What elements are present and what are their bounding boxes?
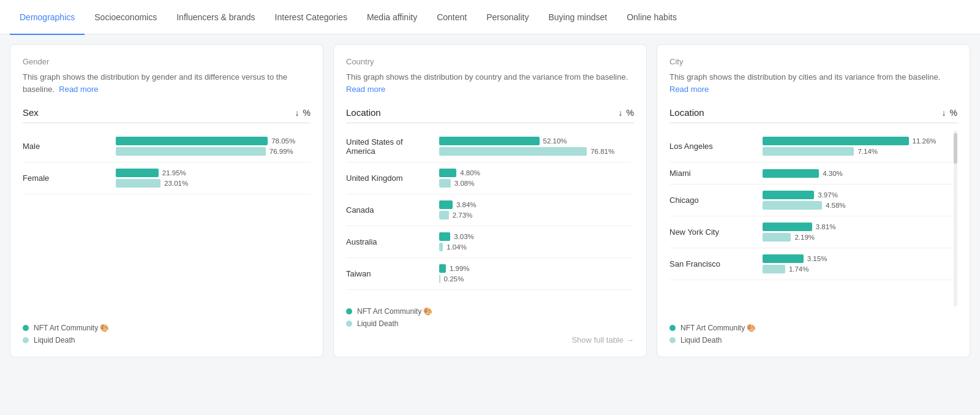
tab-personality[interactable]: Personality xyxy=(477,1,538,35)
city-col2-wrapper: ↓ % xyxy=(942,108,957,118)
tab-content[interactable]: Content xyxy=(427,1,477,35)
bar-value-taiwan-secondary: 0.25% xyxy=(444,275,464,283)
gender-table-header: Sex ↓ % xyxy=(23,107,311,123)
bar-australia-primary xyxy=(439,232,450,241)
bar-female-secondary xyxy=(116,179,160,188)
gender-read-more[interactable]: Read more xyxy=(59,85,98,94)
legend-dot-primary xyxy=(346,308,352,314)
country-table-header: Location ↓ % xyxy=(346,107,634,123)
tab-buying[interactable]: Buying mindset xyxy=(538,1,617,35)
bar-value-australia-primary: 3.03% xyxy=(454,233,474,240)
bar-nyc-primary xyxy=(763,223,812,231)
city-card: City This graph shows the distribution b… xyxy=(657,44,970,357)
arrow-right-icon: → xyxy=(626,335,634,345)
tab-socioeconomics[interactable]: Socioeconomics xyxy=(85,1,167,35)
bar-container-australia: 3.03% 1.04% xyxy=(439,232,631,251)
bar-value-uk-primary: 4.80% xyxy=(460,169,480,177)
bar-label-uk: United Kingdom xyxy=(346,173,432,183)
bar-wrapper-la-primary: 11.26% xyxy=(763,137,957,145)
bar-value-la-primary: 11.26% xyxy=(913,137,937,145)
legend-dot-primary xyxy=(669,325,676,331)
bar-la-secondary xyxy=(763,147,854,156)
bar-wrapper-nyc-secondary: 2.19% xyxy=(763,233,957,242)
legend-label-primary: NFT Art Community 🎨 xyxy=(680,324,756,332)
tab-influencers[interactable]: Influencers & brands xyxy=(167,1,265,35)
city-sort-icon[interactable]: ↓ xyxy=(942,108,946,118)
bar-value-la-secondary: 7.14% xyxy=(858,148,878,155)
bar-value-nyc-secondary: 2.19% xyxy=(794,234,815,241)
city-card-description: This graph shows the distribution by cit… xyxy=(669,71,957,95)
bar-value-chicago-primary: 3.97% xyxy=(818,191,838,199)
bar-label-australia: Australia xyxy=(346,237,432,246)
bar-container-uk: 4.80% 3.08% xyxy=(439,169,631,188)
bar-container-male: 78.05% 76.99% xyxy=(116,137,311,156)
tab-interest[interactable]: Interest Categories xyxy=(265,1,357,35)
bar-value-taiwan-primary: 1.99% xyxy=(450,265,470,272)
city-read-more[interactable]: Read more xyxy=(669,85,709,94)
gender-legend: NFT Art Community 🎨 Liquid Death xyxy=(23,316,311,345)
bar-container-female: 21.95% 23.01% xyxy=(116,169,311,188)
country-card-title: Country xyxy=(346,57,634,66)
bar-value-female-secondary: 23.01% xyxy=(164,180,188,187)
table-row: Los Angeles 11.26% 7.14% xyxy=(669,131,957,162)
legend-item-secondary: Liquid Death xyxy=(23,336,311,345)
bar-container-canada: 3.84% 2.73% xyxy=(439,200,631,219)
tab-media[interactable]: Media affinity xyxy=(357,1,427,35)
table-row: Miami 4.30% xyxy=(669,162,957,185)
bar-value-canada-secondary: 2.73% xyxy=(453,211,473,219)
gender-col2-wrapper: ↓ % xyxy=(295,108,311,118)
bar-value-canada-primary: 3.84% xyxy=(456,201,477,208)
table-row: Male 78.05% 76.99% xyxy=(23,131,311,162)
bar-value-sf-primary: 3.15% xyxy=(807,255,827,262)
city-col1: Location xyxy=(669,107,704,118)
bar-label-canada: Canada xyxy=(346,205,432,215)
bar-label-taiwan: Taiwan xyxy=(346,269,432,278)
tab-online[interactable]: Online habits xyxy=(617,1,687,35)
country-read-more[interactable]: Read more xyxy=(346,85,385,94)
bar-value-chicago-secondary: 4.58% xyxy=(826,202,846,209)
main-content: Gender This graph shows the distribution… xyxy=(0,34,980,367)
legend-label-secondary: Liquid Death xyxy=(357,319,398,328)
city-col2: % xyxy=(950,108,957,118)
bar-label-chicago: Chicago xyxy=(669,196,755,205)
city-bar-rows: Los Angeles 11.26% 7.14% Miami xyxy=(669,131,957,306)
country-card: Country This graph shows the distributio… xyxy=(333,44,647,357)
bar-value-nyc-primary: 3.81% xyxy=(816,223,836,230)
city-legend: NFT Art Community 🎨 Liquid Death xyxy=(669,316,957,345)
legend-dot-secondary xyxy=(346,321,352,327)
country-sort-icon[interactable]: ↓ xyxy=(619,108,623,118)
gender-sort-icon[interactable]: ↓ xyxy=(295,108,300,118)
bar-value-male-secondary: 76.99% xyxy=(270,148,293,155)
gender-card-title: Gender xyxy=(23,57,311,66)
bar-male-primary xyxy=(116,137,268,145)
bar-value-usa-primary: 52.10% xyxy=(543,137,567,145)
bar-taiwan-primary xyxy=(439,264,446,273)
country-bar-rows[interactable]: United States of America 52.10% 76.81% U… xyxy=(346,131,634,290)
table-row: United Kingdom 4.80% 3.08% xyxy=(346,162,631,194)
bar-taiwan-secondary xyxy=(439,275,440,283)
bar-miami-primary xyxy=(763,169,819,178)
table-row: Chicago 3.97% 4.58% xyxy=(669,185,957,216)
bar-wrapper-australia-primary: 3.03% xyxy=(439,232,631,241)
bar-wrapper-usa-primary: 52.10% xyxy=(439,137,631,145)
navigation: Demographics Socioeconomics Influencers … xyxy=(0,0,980,34)
gender-card-description: This graph shows the distribution by gen… xyxy=(23,71,311,95)
bar-value-male-primary: 78.05% xyxy=(271,137,295,145)
legend-label-secondary: Liquid Death xyxy=(680,336,722,345)
bar-label-female: Female xyxy=(23,173,108,183)
legend-dot-secondary xyxy=(23,337,29,343)
show-full-table-button[interactable]: Show full table → xyxy=(346,335,634,345)
bar-canada-primary xyxy=(439,200,453,209)
bar-label-nyc: New York City xyxy=(669,227,755,237)
bar-label-male: Male xyxy=(23,142,108,151)
bar-australia-secondary xyxy=(439,243,443,251)
bar-wrapper-chicago-secondary: 4.58% xyxy=(763,201,957,210)
bar-chicago-secondary xyxy=(763,201,822,210)
bar-wrapper-uk-primary: 4.80% xyxy=(439,169,631,177)
bar-label-miami: Miami xyxy=(669,169,755,178)
bar-wrapper-female-primary: 21.95% xyxy=(116,169,311,177)
table-row: United States of America 52.10% 76.81% xyxy=(346,131,631,162)
tab-demographics[interactable]: Demographics xyxy=(10,1,85,35)
gender-bar-rows: Male 78.05% 76.99% Female xyxy=(23,131,311,306)
bar-wrapper-female-secondary: 23.01% xyxy=(116,179,311,188)
